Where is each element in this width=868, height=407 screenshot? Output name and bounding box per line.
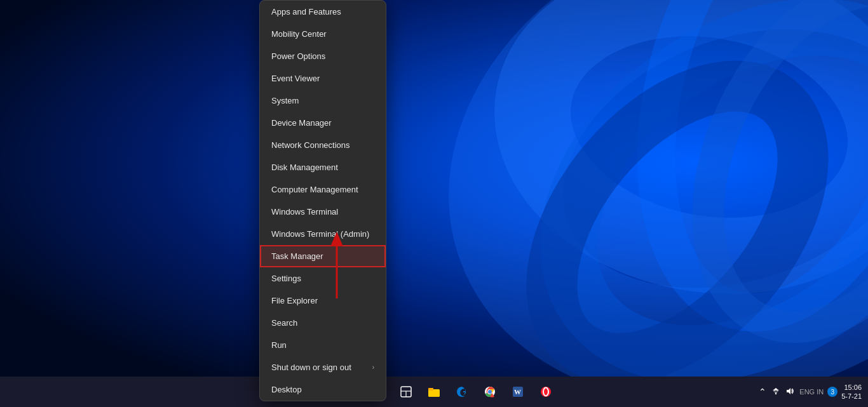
widgets-button[interactable] [393, 379, 419, 404]
system-tray: ⌃ [757, 385, 796, 399]
menu-item-label-run: Run [271, 340, 287, 350]
menu-item-windows-terminal[interactable]: Windows Terminal [260, 201, 386, 223]
show-hidden-icon[interactable]: ⌃ [757, 385, 768, 398]
menu-item-power-options[interactable]: Power Options [260, 45, 386, 67]
submenu-arrow-shut-down-sign-out: › [372, 364, 374, 371]
menu-item-label-power-options: Power Options [271, 51, 325, 61]
svg-point-3 [611, 0, 868, 343]
menu-item-system[interactable]: System [260, 90, 386, 112]
opera-button[interactable] [533, 379, 559, 404]
menu-item-label-computer-management: Computer Management [271, 185, 358, 194]
menu-item-label-desktop: Desktop [271, 385, 302, 394]
clock-date: 5-7-21 [841, 392, 862, 401]
menu-item-label-apps-features: Apps and Features [271, 7, 341, 17]
menu-item-run[interactable]: Run [260, 334, 386, 356]
file-explorer-button[interactable] [421, 379, 447, 404]
menu-item-label-shut-down-sign-out: Shut down or sign out [271, 363, 351, 372]
menu-item-mobility-center[interactable]: Mobility Center [260, 23, 386, 45]
menu-item-computer-management[interactable]: Computer Management [260, 178, 386, 201]
svg-point-25 [775, 392, 776, 394]
menu-item-file-explorer[interactable]: File Explorer [260, 290, 386, 312]
menu-item-label-system: System [271, 96, 299, 105]
context-menu: Apps and FeaturesMobility CenterPower Op… [259, 0, 386, 401]
menu-item-label-device-manager: Device Manager [271, 118, 332, 128]
menu-item-label-search: Search [271, 318, 297, 328]
menu-item-shut-down-sign-out[interactable]: Shut down or sign out› [260, 356, 386, 378]
system-clock[interactable]: 15:06 5-7-21 [841, 383, 862, 401]
menu-item-desktop[interactable]: Desktop [260, 378, 386, 401]
word-button[interactable]: W [505, 379, 531, 404]
desktop [0, 0, 868, 407]
menu-item-label-task-manager: Task Manager [271, 251, 323, 261]
taskbar: W ⌃ [0, 377, 868, 407]
svg-marker-26 [787, 388, 790, 394]
svg-rect-18 [428, 388, 433, 390]
menu-item-event-viewer[interactable]: Event Viewer [260, 67, 386, 90]
lang-indicator: ENG IN [799, 388, 824, 396]
menu-item-windows-terminal-admin[interactable]: Windows Terminal (Admin) [260, 223, 386, 245]
menu-item-label-file-explorer: File Explorer [271, 296, 318, 305]
svg-point-1 [512, 0, 868, 283]
menu-item-label-event-viewer: Event Viewer [271, 74, 320, 83]
chrome-button[interactable] [477, 379, 503, 404]
menu-item-label-network-connections: Network Connections [271, 140, 350, 150]
svg-point-4 [502, 39, 852, 405]
taskbar-right: ⌃ ENG IN 3 15:06 [757, 383, 868, 401]
svg-point-5 [658, 0, 868, 368]
volume-icon[interactable] [784, 385, 796, 399]
menu-item-disk-management[interactable]: Disk Management [260, 156, 386, 178]
menu-item-network-connections[interactable]: Network Connections [260, 134, 386, 156]
network-icon[interactable] [770, 385, 782, 399]
edge-button[interactable] [449, 379, 475, 404]
svg-point-20 [488, 390, 492, 394]
menu-item-task-manager[interactable]: Task Manager [260, 245, 386, 267]
menu-item-search[interactable]: Search [260, 312, 386, 334]
svg-text:W: W [514, 388, 521, 396]
notification-badge[interactable]: 3 [827, 387, 837, 397]
menu-item-settings[interactable]: Settings [260, 267, 386, 290]
menu-item-label-windows-terminal: Windows Terminal [271, 207, 338, 217]
clock-time: 15:06 [841, 383, 862, 392]
svg-point-0 [453, 0, 868, 407]
menu-item-apps-features[interactable]: Apps and Features [260, 1, 386, 23]
svg-point-2 [507, 0, 868, 407]
menu-item-label-mobility-center: Mobility Center [271, 29, 327, 39]
menu-item-device-manager[interactable]: Device Manager [260, 112, 386, 134]
menu-item-label-settings: Settings [271, 274, 301, 283]
menu-item-label-windows-terminal-admin: Windows Terminal (Admin) [271, 229, 369, 239]
menu-item-label-disk-management: Disk Management [271, 163, 338, 172]
